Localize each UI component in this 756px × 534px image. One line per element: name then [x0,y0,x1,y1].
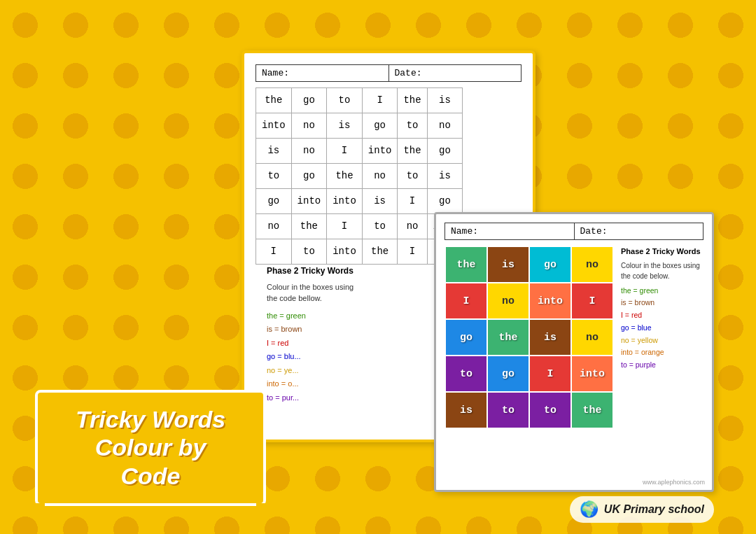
grid-cell: the [362,239,398,264]
grid-cell: the [327,163,363,188]
code-into: into = o... [267,378,365,390]
grid-cell: go [291,163,327,188]
grid-cell: I [362,87,398,113]
code-I: I = red [267,337,365,349]
colored-cell: go [487,356,529,392]
colored-cell: no [571,246,613,283]
grid-cell: I [256,239,292,264]
grid-cell: I [398,188,427,213]
grid-cell: into [327,188,363,213]
colored-instructions-subtitle: Colour in the boxes using the code below… [621,260,704,281]
colored-cell: to [487,392,529,428]
colored-card-name-date: Name: Date: [444,223,704,240]
grid-cell: is [362,188,398,213]
colored-cell: into [571,356,613,392]
code-is: is = brown [267,323,365,335]
grid-cell: I [327,213,363,239]
grid-cell: is [427,163,463,188]
grid-cell: is [427,87,463,113]
grid-cell: the [256,87,292,113]
grid-cell: to [291,239,327,264]
grid-cell: into [327,239,363,264]
grid-cell: into [291,188,327,213]
colored-cell: go [529,246,571,283]
colored-cell: I [529,356,571,392]
colored-cell: is [487,246,529,283]
colored-cell: go [445,319,487,356]
website-label: www.aplephonics.com [643,479,705,486]
colored-cell: into [529,283,571,319]
colored-card: Name: Date: theisgonoInointoIgotheisnoto… [434,212,714,492]
cc-to: to = purple [621,360,704,371]
grid-cell: go [362,113,398,138]
colored-cell: to [445,356,487,392]
grid-cell: go [427,138,463,163]
banner-title-line3: Code [55,462,246,491]
grid-cell: is [327,113,363,138]
grid-cell: no [291,113,327,138]
cc-I: I = red [621,310,704,321]
cc-go: go = blue [621,323,704,334]
colored-date-label: Date: [575,223,704,239]
colored-instructions-title: Phase 2 Tricky Words [621,246,704,258]
colored-cell: the [445,246,487,283]
name-label: Name: [256,65,389,81]
colored-cell: no [487,283,529,319]
grid-cell: into [256,113,292,138]
badge-text: UK Primary school [604,503,704,516]
colored-instructions: Phase 2 Tricky Words Colour in the boxes… [621,246,704,429]
colored-cell: I [445,283,487,319]
grid-cell: into [362,138,398,163]
cc-the: the = green [621,286,704,297]
grid-cell: go [291,87,327,113]
badge-icon: 🌍 [580,500,598,519]
grid-cell: no [362,163,398,188]
colored-name-label: Name: [445,223,575,239]
cc-is: is = brown [621,297,704,309]
grid-cell: no [398,213,427,239]
grid-cell: the [291,213,327,239]
grid-cell: to [398,163,427,188]
grid-cell: the [398,138,427,163]
color-grid: theisgonoInointoIgotheisnotogoIintoistot… [444,246,614,429]
grid-cell: no [427,113,463,138]
grid-cell: to [256,163,292,188]
worksheet-instructions-title: Phase 2 Tricky Words [267,265,365,277]
uk-primary-badge: 🌍 UK Primary school [570,496,714,523]
colored-cell: I [571,283,613,319]
colored-cell: to [529,392,571,428]
grid-cell: to [327,87,363,113]
colored-cell: the [571,392,613,428]
grid-cell: I [398,239,427,264]
colored-cell: is [445,392,487,428]
banner-title-line1: Tricky Words [55,405,246,434]
grid-cell: to [362,213,398,239]
grid-cell: no [256,213,292,239]
banner-label: Tricky Words Colour by Code [35,390,266,506]
colored-card-body: theisgonoInointoIgotheisnotogoIintoistot… [444,246,704,429]
date-label: Date: [389,65,522,81]
colored-cell: no [571,319,613,356]
grid-cell: to [398,113,427,138]
name-date-row: Name: Date: [255,64,522,82]
grid-cell: no [291,138,327,163]
banner-bg: Tricky Words Colour by Code [35,390,266,506]
worksheet-instructions: Phase 2 Tricky Words Colour in the boxes… [267,265,365,406]
word-grid: thegotoItheisintonoisgotonoisnoIintotheg… [255,87,463,265]
grid-cell: go [427,188,463,213]
code-no: no = ye... [267,365,365,377]
code-to: to = pur... [267,392,365,404]
cc-no: no = yellow [621,335,704,346]
colored-cell: is [529,319,571,356]
grid-cell: the [398,87,427,113]
grid-cell: go [256,188,292,213]
grid-cell: I [327,138,363,163]
banner-title-line2: Colour by [55,433,246,462]
code-the: the = green [267,310,365,322]
grid-cell: is [256,138,292,163]
cc-into: into = orange [621,347,704,358]
code-go: go = blu... [267,351,365,363]
colored-cell: the [487,319,529,356]
worksheet-instructions-subtitle: Colour in the boxes using the code bello… [267,281,365,304]
